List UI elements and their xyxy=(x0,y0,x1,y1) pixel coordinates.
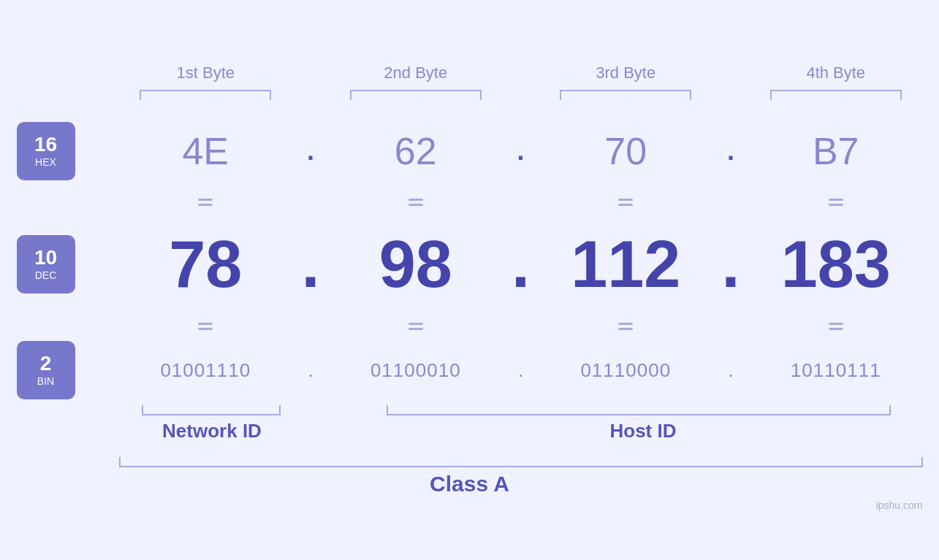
dot-dec1: . xyxy=(292,227,329,302)
class-bracket xyxy=(119,457,923,467)
equals-row-2 xyxy=(119,312,923,341)
dot-dec3: . xyxy=(712,227,749,302)
dec-badge: 10 DEC xyxy=(17,235,75,294)
hex-badge: 16 HEX xyxy=(17,122,75,180)
section-labels: Network ID Host ID xyxy=(119,420,923,442)
byte2-header: 2nd Byte xyxy=(329,64,503,83)
dot-bin2: . xyxy=(503,359,539,382)
dot2: . xyxy=(503,136,539,166)
hex-byte2: 62 xyxy=(395,130,437,172)
byte1-header: 1st Byte xyxy=(119,64,293,83)
bottom-brackets xyxy=(119,405,923,415)
eq3 xyxy=(618,199,633,206)
bin-byte2: 01100010 xyxy=(370,359,461,381)
eq8 xyxy=(829,323,843,330)
dot1: . xyxy=(292,136,329,166)
byte4-header: 4th Byte xyxy=(749,64,923,83)
network-bracket xyxy=(142,405,281,415)
bin-byte1: 01001110 xyxy=(160,359,251,381)
dec-row: 10 DEC 78 . 98 . 112 . 183 xyxy=(17,217,923,312)
equals-row-1 xyxy=(119,188,923,217)
eq2 xyxy=(408,199,423,206)
bin-badge: 2 BIN xyxy=(17,341,75,399)
dot-dec2: . xyxy=(503,227,539,302)
class-label: Class A xyxy=(17,472,923,496)
bin-byte4: 10110111 xyxy=(791,359,881,381)
hex-byte4: B7 xyxy=(813,130,859,172)
byte-headers: 1st Byte 2nd Byte 3rd Byte 4th Byte xyxy=(119,64,923,83)
top-brackets xyxy=(119,90,923,100)
dec-byte4: 183 xyxy=(781,228,891,301)
dot3: . xyxy=(712,136,749,166)
bin-row: 2 BIN 01001110 . 01100010 . 01110000 . 1… xyxy=(17,341,923,399)
dec-byte1: 78 xyxy=(169,228,242,301)
eq6 xyxy=(408,323,423,330)
bin-byte3: 01110000 xyxy=(580,359,671,381)
hex-byte1: 4E xyxy=(182,130,229,172)
hex-row: 16 HEX 4E . 62 . 70 . B7 xyxy=(17,115,923,188)
watermark: ipshu.com xyxy=(876,499,923,511)
eq1 xyxy=(198,199,213,206)
network-id-label: Network ID xyxy=(162,420,262,442)
dot-bin1: . xyxy=(292,359,329,382)
host-id-label: Host ID xyxy=(610,420,677,442)
dot-bin3: . xyxy=(712,359,749,382)
host-bracket xyxy=(387,405,891,415)
byte3-header: 3rd Byte xyxy=(539,64,713,83)
eq5 xyxy=(198,323,213,330)
hex-byte3: 70 xyxy=(604,130,647,172)
dec-byte2: 98 xyxy=(379,228,452,301)
dec-byte3: 112 xyxy=(571,228,680,301)
eq7 xyxy=(618,323,633,330)
eq4 xyxy=(829,199,843,206)
class-row: Class A xyxy=(17,457,923,496)
